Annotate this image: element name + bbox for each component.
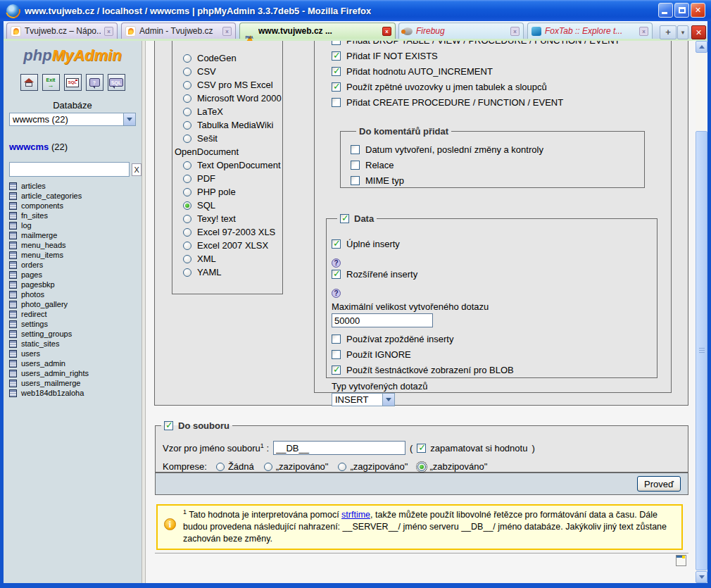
format-option[interactable]: PHP pole (175, 185, 282, 199)
query-type-select[interactable]: INSERT (332, 393, 395, 406)
table-list-item[interactable]: users (9, 349, 141, 358)
format-option[interactable]: PDF (175, 172, 282, 185)
sql-option-row[interactable]: Použít zpětné uvozovky u jmen tabulek a … (332, 82, 671, 92)
home-button[interactable] (20, 74, 38, 91)
compression-option[interactable]: „zazipováno" (264, 461, 329, 472)
checkbox-icon[interactable] (351, 145, 360, 154)
checkbox-icon[interactable] (332, 365, 341, 375)
vertical-scrollbar[interactable] (696, 41, 707, 583)
checkbox-icon[interactable] (332, 270, 341, 279)
table-name[interactable]: photos (21, 290, 44, 299)
table-list-item[interactable]: fn_sites (9, 211, 141, 220)
tab-list-dropdown-button[interactable]: ▾ (677, 25, 688, 39)
sql-help-button[interactable]: SQL (108, 74, 125, 91)
table-name[interactable]: fn_sites (21, 211, 48, 220)
table-name[interactable]: users_mailmerge (21, 379, 80, 387)
checkbox-icon[interactable] (332, 67, 341, 76)
scrollbar-thumb[interactable] (696, 131, 707, 570)
maximize-button[interactable] (674, 3, 689, 18)
sql-window-button[interactable]: SQL (64, 74, 82, 91)
sql-option-row[interactable]: Přidat CREATE PROCEDURE / FUNCTION / EVE… (332, 98, 671, 107)
filename-template-input[interactable] (273, 441, 405, 455)
table-name[interactable]: redirect (21, 310, 47, 318)
checkbox-icon[interactable] (351, 176, 360, 185)
tab-admin-tvujweb[interactable]: Admin - Tvujweb.cz x (121, 23, 236, 39)
table-name[interactable]: users_admin (21, 359, 65, 368)
table-list-item[interactable]: mailmerge (9, 230, 141, 240)
table-list-item[interactable]: article_categories (9, 191, 141, 201)
table-list-item[interactable]: articles (9, 181, 141, 191)
comment-option-row[interactable]: Relace (351, 161, 644, 170)
format-option[interactable]: XML (175, 252, 282, 265)
clear-filter-button[interactable]: X (132, 163, 141, 176)
table-list-item[interactable]: components (9, 201, 141, 211)
table-name[interactable]: components (21, 201, 63, 210)
checkbox-icon[interactable] (351, 161, 360, 170)
checkbox-icon[interactable] (340, 214, 349, 223)
table-name[interactable]: users_admin_rights (21, 369, 89, 377)
table-name[interactable]: article_categories (21, 192, 82, 200)
format-option[interactable]: CSV pro MS Excel (175, 78, 282, 92)
logout-button[interactable]: Exit→ (42, 74, 60, 91)
table-list-item[interactable]: users_admin_rights (9, 368, 141, 378)
tab-close-icon[interactable]: x (639, 27, 648, 36)
radio-icon[interactable] (183, 135, 191, 143)
sql-option-row[interactable]: Přidat DROP TABLE / VIEW / PROCEDURE / F… (332, 41, 671, 45)
sql-option-row[interactable]: Přidat IF NOT EXISTS (332, 51, 671, 61)
table-list-item[interactable]: redirect (9, 309, 141, 319)
table-name[interactable]: web184db1zaloha (21, 389, 84, 397)
radio-icon[interactable] (183, 175, 191, 183)
table-list-item[interactable]: log (9, 220, 141, 230)
table-name[interactable]: pages (21, 270, 42, 279)
help-icon[interactable]: ? (332, 258, 341, 268)
comment-option-row[interactable]: Datum vytvoření, poslední změny a kontro… (351, 145, 644, 154)
format-option[interactable]: Excel 97-2003 XLS (175, 225, 282, 239)
format-option[interactable]: Microsoft Word 2000 (175, 92, 282, 105)
checkbox-icon[interactable] (332, 239, 341, 249)
format-option[interactable]: Sešit OpenDocument (175, 132, 282, 158)
radio-icon[interactable] (183, 81, 191, 89)
radio-icon[interactable] (183, 108, 191, 116)
table-name[interactable]: mailmerge (21, 231, 57, 239)
checkbox-icon[interactable] (332, 334, 341, 344)
table-name[interactable]: articles (21, 182, 46, 190)
checkbox-icon[interactable] (332, 98, 341, 107)
table-name[interactable]: menu_items (21, 251, 63, 259)
remember-template-checkbox[interactable] (417, 444, 426, 453)
max-query-input[interactable] (332, 313, 433, 327)
close-button[interactable]: ✕ (691, 3, 705, 18)
database-link[interactable]: wwwcms (9, 142, 49, 152)
table-name[interactable]: users (21, 349, 40, 358)
minimize-button[interactable] (658, 3, 673, 18)
tab-close-icon[interactable]: x (222, 27, 232, 36)
table-list-item[interactable]: web184db1zaloha (9, 388, 141, 398)
table-list-item[interactable]: photos (9, 289, 141, 299)
table-name[interactable]: static_sites (21, 339, 59, 348)
compression-option[interactable]: „zabzipováno" (417, 461, 487, 472)
table-list-item[interactable]: pagesbkp (9, 280, 141, 289)
format-option[interactable]: Texy! text (175, 212, 282, 225)
format-option[interactable]: Text OpenDocument (175, 158, 282, 172)
radio-icon[interactable] (183, 201, 191, 210)
close-tab-button[interactable]: ✕ (691, 25, 706, 39)
table-name[interactable]: setting_groups (21, 330, 72, 338)
checkbox-icon[interactable] (332, 51, 341, 61)
tab-foxtab[interactable]: FoxTab :: Explore t... x (527, 23, 653, 39)
sql-option-row[interactable]: Přidat hodnotu AUTO_INCREMENT (332, 67, 671, 76)
radio-icon[interactable] (183, 242, 191, 250)
format-option[interactable]: SQL (175, 199, 282, 212)
table-filter-input[interactable] (9, 162, 130, 177)
radio-icon[interactable] (183, 188, 191, 196)
format-option[interactable]: CSV (175, 65, 282, 78)
help-icon[interactable]: ? (332, 289, 341, 298)
table-list-item[interactable]: settings (9, 319, 141, 329)
table-list-item[interactable]: menu_items (9, 250, 141, 260)
delayed-inserts-row[interactable]: Používat zpožděné inserty (332, 334, 657, 344)
format-option[interactable]: LaTeX (175, 105, 282, 118)
tab-tvujweb-napoveda[interactable]: Tvujweb.cz – Nápo... x (6, 23, 118, 39)
tab-close-icon[interactable]: x (510, 27, 520, 36)
compression-option[interactable]: Žádná (216, 461, 254, 472)
table-list-item[interactable]: setting_groups (9, 329, 141, 339)
radio-icon[interactable] (183, 161, 191, 170)
table-name[interactable]: menu_heads (21, 241, 66, 249)
